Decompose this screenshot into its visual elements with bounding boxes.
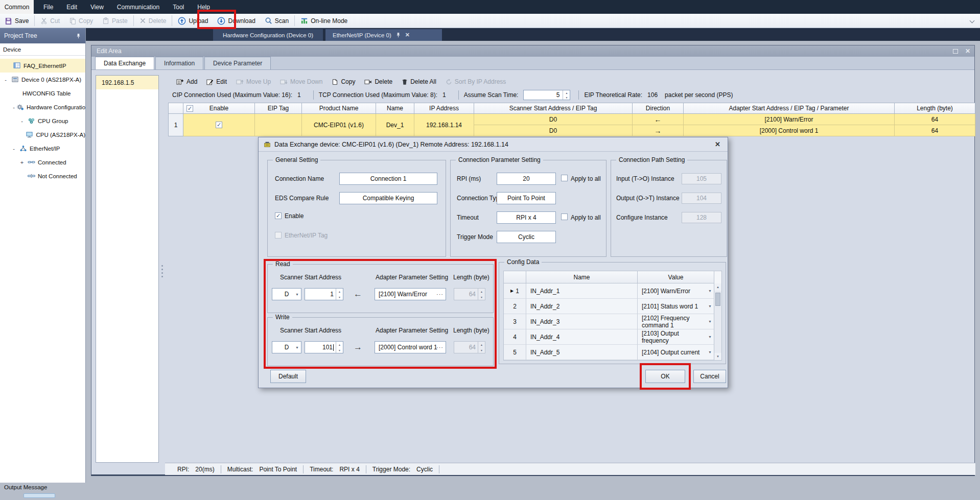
config-value-dropdown[interactable]: [2104] Output current▼ xyxy=(638,345,714,360)
config-value-dropdown[interactable]: [2101] Status word 1▼ xyxy=(638,299,714,314)
apply-to-all-checkbox[interactable] xyxy=(561,175,568,181)
write-adapter-input[interactable]: [2000] Control word 1 ··· xyxy=(375,341,446,353)
tree-item-cpu-group[interactable]: - CPU Group xyxy=(0,114,85,128)
apply-to-all-checkbox[interactable] xyxy=(561,213,568,220)
scrollbar-thumb[interactable] xyxy=(715,293,720,306)
output-scrollbar-thumb[interactable] xyxy=(24,493,55,498)
ok-button[interactable]: OK xyxy=(645,370,685,383)
connection-type-input[interactable]: Point To Point xyxy=(497,192,556,204)
trigger-mode-input[interactable]: Cyclic xyxy=(497,231,556,243)
tree-item-hwconfig-table[interactable]: HWCONFIG Table xyxy=(0,86,85,100)
config-row[interactable]: 5 IN_Addr_5 [2104] Output current▼ xyxy=(504,345,721,360)
maximize-icon[interactable] xyxy=(953,49,958,54)
ethernet-ip-tag-checkbox[interactable] xyxy=(275,232,282,239)
upload-button[interactable]: Upload xyxy=(173,14,213,28)
tree-item-cpu[interactable]: CPU (AS218PX-A) xyxy=(0,128,85,141)
eds-compare-rule-input[interactable]: Compatible Keying xyxy=(339,192,437,204)
cut-button[interactable]: Cut xyxy=(36,14,64,28)
tree-item-device0[interactable]: - Device 0 (AS218PX-A) xyxy=(0,73,85,86)
enable-checkbox[interactable]: ✓ xyxy=(216,122,222,128)
close-tab-icon[interactable]: ✕ xyxy=(405,32,410,38)
menu-item-communication[interactable]: Communication xyxy=(110,0,166,14)
output-message-label[interactable]: Output Message xyxy=(4,484,47,490)
connection-name-input[interactable]: Connection 1 xyxy=(339,173,437,185)
config-row[interactable]: 3 IN_Addr_3 [2102] Frequency command 1▼ xyxy=(504,314,721,329)
delete-button[interactable]: Delete xyxy=(135,14,171,28)
close-window-icon[interactable]: ✕ xyxy=(965,47,970,55)
pin-icon[interactable] xyxy=(76,33,81,39)
spinner-arrows[interactable]: ▲▼ xyxy=(563,90,570,100)
scroll-up-icon[interactable]: ▲ xyxy=(714,283,721,291)
spinner-arrows[interactable]: ▲▼ xyxy=(336,289,343,300)
paste-button[interactable]: Paste xyxy=(98,14,132,28)
config-row[interactable]: 4 IN_Addr_4 [2103] Output frequency▼ xyxy=(504,329,721,345)
config-scrollbar[interactable]: ▲ ▼ xyxy=(714,283,721,360)
collapse-toggle[interactable]: - xyxy=(11,146,16,152)
tree-root-device[interactable]: Device xyxy=(0,43,85,56)
tree-item-not-connected[interactable]: Not Connected xyxy=(0,169,85,183)
connection-path-group: Connection Path Setting Input (T->O) Ins… xyxy=(611,160,727,257)
collapse-toggle[interactable]: - xyxy=(3,77,8,83)
write-device-select[interactable]: D ▼ xyxy=(272,341,301,353)
tree-item-project[interactable]: FAQ_EthernetIP xyxy=(0,59,85,73)
config-row[interactable]: ▶1 IN_Addr_1 [2100] Warn/Error▼ xyxy=(504,283,721,299)
config-row[interactable]: 2 IN_Addr_2 [2101] Status word 1▼ xyxy=(504,299,721,314)
table-row[interactable]: 1 ✓ CMC-EIP01 (v1.6) Dev_1 192.168.1.14 … xyxy=(168,114,975,136)
tree-item-ethernet-ip[interactable]: - EtherNet/IP xyxy=(0,141,85,155)
menu-item-file[interactable]: File xyxy=(37,0,60,14)
delete-row-button[interactable]: Delete xyxy=(360,78,396,85)
collapse-toggle[interactable]: - xyxy=(19,118,25,124)
timeout-input[interactable]: RPI x 4 xyxy=(497,211,556,224)
delete-all-button[interactable]: Delete All xyxy=(398,78,440,85)
move-down-button[interactable]: Move Down xyxy=(276,78,326,85)
read-address-input[interactable]: 1 ▲▼ xyxy=(305,288,343,300)
menu-item-tool[interactable]: Tool xyxy=(166,0,191,14)
add-button[interactable]: Add xyxy=(172,78,201,85)
browse-button[interactable]: ··· xyxy=(436,291,444,297)
read-adapter-input[interactable]: [2100] Warn/Error ··· xyxy=(375,288,446,300)
read-device-select[interactable]: D ▼ xyxy=(272,288,301,300)
data-exchange-device-dialog: Data Exchange device: CMC-EIP01 (v1.6) (… xyxy=(258,137,728,388)
scroll-down-icon[interactable]: ▼ xyxy=(714,353,721,360)
config-value-dropdown[interactable]: [2102] Frequency command 1▼ xyxy=(638,314,714,329)
tab-information[interactable]: Information xyxy=(155,57,203,69)
splitter-handle[interactable] xyxy=(160,265,164,285)
edit-button[interactable]: Edit xyxy=(202,78,231,85)
assume-scan-time-input[interactable]: 5 ▲▼ xyxy=(523,90,570,100)
config-value-dropdown[interactable]: [2100] Warn/Error▼ xyxy=(638,283,714,299)
tab-ethernet-ip[interactable]: EtherNet/IP (Device 0) ✕ xyxy=(325,29,442,41)
move-up-button[interactable]: Move Up xyxy=(232,78,275,85)
menu-item-help[interactable]: Help xyxy=(191,0,217,14)
menu-item-view[interactable]: View xyxy=(84,0,110,14)
scan-button[interactable]: Scan xyxy=(260,14,293,28)
device-list-item[interactable]: 192.168.1.5 xyxy=(96,76,158,89)
menu-item-common[interactable]: Common xyxy=(0,0,34,14)
copy-row-button[interactable]: Copy xyxy=(328,78,359,85)
rpi-input[interactable]: 20 xyxy=(497,173,556,185)
tree-item-hardware-configuration[interactable]: - Hardware Configuration xyxy=(0,100,85,114)
copy-button[interactable]: Copy xyxy=(64,14,98,28)
tree-item-connected[interactable]: + Connected xyxy=(0,155,85,169)
save-button[interactable]: Save xyxy=(0,14,33,28)
write-address-input[interactable]: 101 ▲▼ xyxy=(305,341,343,353)
tab-hardware-configuration[interactable]: Hardware Configuration (Device 0) xyxy=(213,29,323,41)
dialog-close-icon[interactable]: ✕ xyxy=(715,140,720,148)
pin-icon[interactable] xyxy=(395,32,401,38)
toolbar-overflow-chevron[interactable] xyxy=(970,19,974,23)
online-mode-button[interactable]: On-line Mode xyxy=(296,14,352,28)
config-value-dropdown[interactable]: [2103] Output frequency▼ xyxy=(638,329,714,345)
expand-toggle[interactable]: + xyxy=(19,159,25,165)
browse-button[interactable]: ··· xyxy=(436,344,444,350)
enable-checkbox[interactable]: ✓ xyxy=(275,212,282,219)
tab-data-exchange[interactable]: Data Exchange xyxy=(95,57,154,69)
select-all-checkbox[interactable]: ✓ xyxy=(186,105,193,112)
menu-item-edit[interactable]: Edit xyxy=(60,0,84,14)
spinner-arrows[interactable]: ▲▼ xyxy=(336,342,343,353)
tab-device-parameter[interactable]: Device Parameter xyxy=(204,57,271,69)
default-button[interactable]: Default xyxy=(270,370,306,383)
sort-by-ip-button[interactable]: Sort By IP Address xyxy=(441,78,510,85)
collapse-toggle[interactable]: - xyxy=(11,104,16,110)
download-button[interactable]: Download xyxy=(213,14,260,28)
cpu-group-icon xyxy=(28,117,35,124)
cancel-button[interactable]: Cancel xyxy=(693,370,726,383)
